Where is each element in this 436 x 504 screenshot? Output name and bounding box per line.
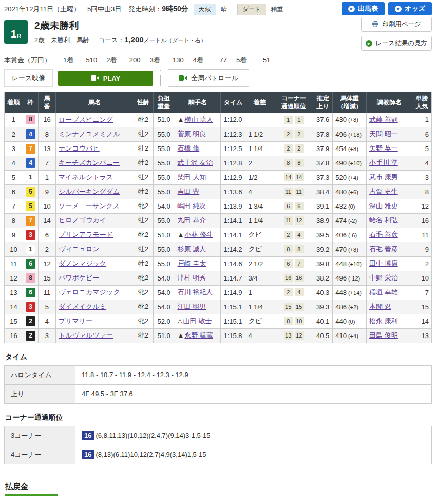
trainer-link[interactable]: 武藤 善則 bbox=[369, 116, 398, 123]
trainer-link[interactable]: 矢野 英一 bbox=[369, 144, 398, 152]
trainer-cell: 松永 康利 bbox=[367, 314, 412, 328]
jockey-link[interactable]: 山田 敬士 bbox=[183, 317, 212, 325]
finish-time: 1:15.1 bbox=[221, 300, 245, 314]
horse-link[interactable]: ミンナノユメミノル bbox=[59, 130, 120, 138]
trainer-link[interactable]: 田島 俊明 bbox=[369, 331, 398, 339]
finish-position: 3 bbox=[5, 141, 23, 156]
trainer-link[interactable]: 小手川 準 bbox=[369, 159, 398, 166]
horse-weight-diff: (+10) bbox=[347, 261, 362, 267]
trainer-link[interactable]: 天間 昭一 bbox=[369, 130, 398, 138]
trainer-cell: 武藤 善則 bbox=[367, 113, 412, 127]
trainer-link[interactable]: 蛯名 利弘 bbox=[369, 216, 398, 224]
corner-positions: 1515 bbox=[274, 300, 313, 314]
carried-weight: 54.0 bbox=[153, 271, 175, 285]
win-favorite-rank: 5 bbox=[412, 141, 431, 156]
frame-number-badge: 3 bbox=[26, 230, 35, 240]
course-detail: メートル（ダート・右） bbox=[144, 37, 206, 43]
jockey-link[interactable]: 津村 明秀 bbox=[178, 274, 206, 282]
horse-weight: 448 bbox=[335, 289, 347, 296]
start-time-label: 発走時刻： bbox=[128, 5, 162, 13]
horse-weight-cell: 410 (+4) bbox=[333, 328, 367, 343]
last-3f-time: 39.5 bbox=[313, 228, 333, 242]
horse-link[interactable]: プリマリー bbox=[59, 317, 92, 325]
horse-link[interactable]: ヴィニュロン bbox=[59, 245, 100, 253]
corner-positions: 11 bbox=[274, 113, 313, 127]
patrol-video-button[interactable]: 全周パトロール bbox=[168, 69, 249, 87]
horse-weight: 490 bbox=[335, 159, 347, 167]
horse-link[interactable]: テンコウバヒ bbox=[59, 144, 100, 152]
horse-weight: 496 bbox=[335, 274, 347, 282]
jockey-link[interactable]: 永野 猛蔵 bbox=[184, 331, 213, 339]
horse-number: 9 bbox=[38, 184, 55, 199]
carried-weight: 55.0 bbox=[153, 242, 175, 256]
margin: 1 3/4 bbox=[245, 199, 274, 213]
horse-link[interactable]: ダイメイクルミ bbox=[59, 303, 106, 310]
result-guide-button[interactable]: ▶ レース結果の見方 bbox=[361, 36, 432, 51]
trainer-link[interactable]: 石毛 善彦 bbox=[369, 245, 398, 253]
odds-button[interactable]: ▶ オッズ bbox=[388, 2, 432, 15]
finish-time: 1:14.9 bbox=[221, 285, 245, 300]
print-page-button[interactable]: 印刷用ページ bbox=[361, 17, 432, 32]
trainer-link[interactable]: 武市 康男 bbox=[369, 173, 398, 181]
table-row: 1435ダイメイクルミ牝254.0江田 照男1:15.11 1/4151539.… bbox=[5, 300, 432, 314]
trainer-link[interactable]: 本間 忍 bbox=[369, 303, 391, 310]
jockey-link[interactable]: 杉原 誠人 bbox=[178, 245, 206, 253]
horse-weight-cell: 496 (-12) bbox=[333, 271, 367, 285]
horse-link[interactable]: プリンアラモード bbox=[59, 231, 113, 238]
margin: クビ bbox=[245, 242, 274, 256]
corner-order-text: (8,13)(6,11)10,12(2,7)4,9(3,14)1,5-15 bbox=[96, 451, 206, 458]
play-button[interactable]: PLAY bbox=[58, 71, 153, 86]
horse-weight-cell: 470 (+8) bbox=[333, 242, 367, 256]
jockey-link[interactable]: 柴田 大知 bbox=[178, 173, 206, 181]
horse-link[interactable]: シルバーキングダム bbox=[59, 188, 120, 195]
jockey-link[interactable]: 戸崎 圭太 bbox=[178, 259, 206, 267]
horse-name-cell: ヴィニュロン bbox=[55, 242, 134, 256]
horse-link[interactable]: パワポケビー bbox=[59, 274, 100, 282]
margin: 1 1/4 bbox=[245, 300, 274, 314]
corner-positions: 24 bbox=[274, 228, 313, 242]
horse-link[interactable]: キーチズカンパニー bbox=[59, 159, 120, 166]
trainer-link[interactable]: 田中 博康 bbox=[369, 259, 398, 267]
jockey-link[interactable]: 石川 裕紀人 bbox=[178, 288, 213, 296]
win-favorite-rank: 14 bbox=[412, 314, 431, 328]
frame-number-badge: 6 bbox=[26, 288, 35, 297]
jockey-link[interactable]: 武士沢 友治 bbox=[178, 159, 213, 166]
horse-link[interactable]: ソーメニーサンクス bbox=[59, 202, 120, 210]
trainer-link[interactable]: 深山 雅史 bbox=[369, 202, 398, 210]
horse-weight-cell: 486 (+2) bbox=[333, 300, 367, 314]
horse-link[interactable]: ダノンマジック bbox=[59, 259, 106, 267]
jockey-link[interactable]: 吉田 豊 bbox=[178, 188, 200, 195]
horse-weight-diff: (-6) bbox=[347, 232, 357, 238]
jockey-link[interactable]: 小林 脩斗 bbox=[184, 231, 213, 238]
trainer-link[interactable]: 古賀 史生 bbox=[369, 188, 398, 195]
meeting-info: 5回中山3日 bbox=[87, 5, 121, 13]
corner-section-title: コーナー通過順位 bbox=[5, 413, 432, 422]
trainer-link[interactable]: 稲垣 幸雄 bbox=[369, 288, 398, 296]
horse-link[interactable]: ヴェロニカマジック bbox=[59, 288, 120, 296]
jockey-link[interactable]: 横山 琉人 bbox=[184, 116, 213, 123]
jockey-link[interactable]: 丸田 恭介 bbox=[178, 216, 206, 224]
prize-amount: 77 bbox=[203, 56, 227, 64]
entries-button[interactable]: ▶ 出馬表 bbox=[342, 2, 385, 15]
horse-link[interactable]: ロープスピニング bbox=[59, 116, 113, 123]
corner-position-badge: 6 bbox=[284, 259, 293, 268]
trainer-link[interactable]: 石毛 善彦 bbox=[369, 231, 398, 238]
frame-cell: 3 bbox=[23, 300, 38, 314]
trainer-link[interactable]: 中野 栄治 bbox=[369, 274, 398, 282]
jockey-link[interactable]: 嶋田 純次 bbox=[178, 202, 206, 210]
trainer-link[interactable]: 松永 康利 bbox=[369, 317, 398, 325]
race-video-button[interactable]: レース映像 bbox=[4, 69, 53, 87]
course-label: コース： bbox=[98, 36, 124, 44]
horse-link[interactable]: マイネルシトラス bbox=[59, 173, 113, 181]
horse-name-cell: ソーメニーサンクス bbox=[55, 199, 134, 213]
table-row: 3713テンコウバヒ牡255.0石橋 脩1:12.51 1/42237.9454… bbox=[5, 141, 432, 156]
horse-link[interactable]: ヒロノゴウカイ bbox=[59, 216, 106, 224]
horse-weight-diff: (-12) bbox=[347, 275, 360, 282]
jockey-link[interactable]: 江田 照男 bbox=[178, 303, 206, 310]
finish-time: 1:14.1 bbox=[221, 213, 245, 228]
jockey-link[interactable]: 石橋 脩 bbox=[178, 144, 200, 152]
frame-cell: 6 bbox=[23, 285, 38, 300]
odds-button-label: オッズ bbox=[405, 4, 425, 13]
jockey-link[interactable]: 菅原 明良 bbox=[178, 130, 206, 138]
horse-link[interactable]: トルヴァルツァー bbox=[59, 331, 113, 339]
